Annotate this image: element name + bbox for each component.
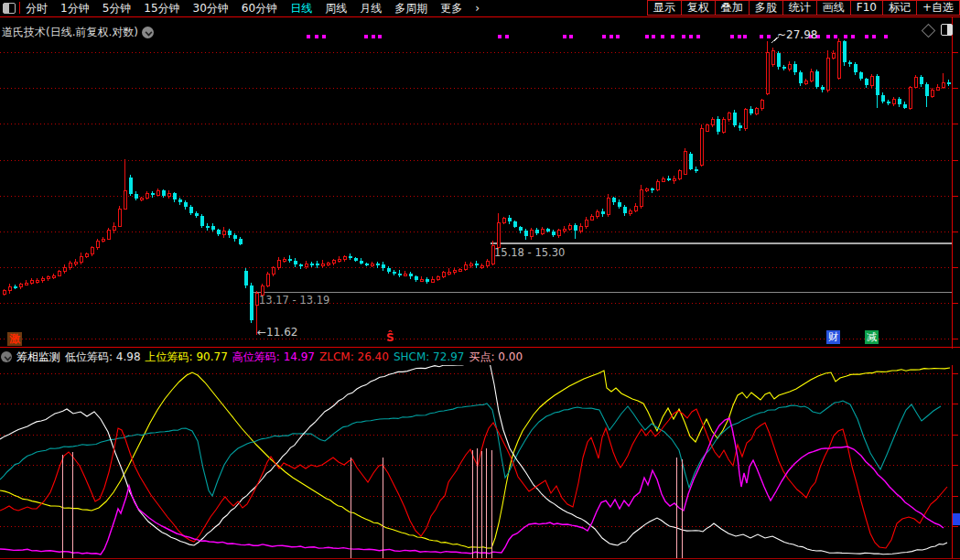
action-4[interactable]: 统计 — [782, 0, 816, 16]
menu-item-5[interactable]: 60分钟 — [242, 2, 277, 15]
menu-item-8[interactable]: 月线 — [360, 2, 382, 15]
menu-item-4[interactable]: 30分钟 — [193, 2, 229, 15]
low-price-label: ←11.62 — [257, 326, 297, 339]
chart-canvas — [0, 0, 960, 560]
badge-ji[interactable]: 激 — [7, 332, 22, 346]
range-mid-label: 13.17 - 13.19 — [259, 294, 329, 307]
signal-s-icon: Ŝ — [386, 331, 394, 344]
menu-item-11[interactable]: › — [475, 2, 480, 15]
action-5[interactable]: 画线 — [816, 0, 850, 16]
collapse-icon[interactable] — [1, 351, 12, 362]
action-6[interactable]: F10 — [850, 0, 882, 16]
menu-item-6[interactable]: 日线 — [290, 2, 312, 15]
menu-item-1[interactable]: 1分钟 — [60, 2, 90, 15]
chart-title: 道氏技术(日线.前复权.对数) — [2, 25, 138, 40]
peak-price-label: ~27.98 — [777, 28, 817, 41]
action-3[interactable]: 多股 — [749, 0, 782, 16]
toolbar: 分时1分钟5分钟15分钟30分钟60分钟日线周线月线多周期更多› 显示复权叠加多… — [0, 0, 960, 17]
indicator-field-3: ZLCM: 26.40 — [319, 350, 389, 363]
menu-item-7[interactable]: 周线 — [325, 2, 347, 15]
indicator-name: 筹相监测 — [16, 350, 60, 365]
menu-item-10[interactable]: 更多 — [440, 2, 462, 15]
panel-toggle-icon[interactable] — [3, 3, 16, 14]
indicator-header: 筹相监测 低位筹码: 4.98上位筹码: 90.77高位筹码: 14.97ZLC… — [0, 349, 960, 365]
menu-item-9[interactable]: 多周期 — [394, 2, 427, 15]
action-1[interactable]: 复权 — [681, 0, 715, 16]
indicator-field-1: 上位筹码: 90.77 — [146, 350, 228, 365]
badge-cut[interactable]: 减 — [865, 330, 879, 344]
chevron-down-icon[interactable] — [142, 27, 154, 38]
indicator-field-2: 高位筹码: 14.97 — [232, 350, 315, 365]
indicator-field-0: 低位筹码: 4.98 — [65, 350, 141, 365]
action-7[interactable]: 标记 — [882, 0, 916, 16]
indicator-field-5: 买点: 0.00 — [469, 350, 523, 365]
divider — [19, 2, 20, 14]
action-menu: 显示复权叠加多股统计画线F10标记+自选 — [647, 0, 960, 16]
menu-item-2[interactable]: 5分钟 — [102, 2, 132, 15]
menu-item-3[interactable]: 15分钟 — [144, 2, 179, 15]
app-window: { "toolbar": { "left_items": [ {"label":… — [0, 0, 960, 560]
period-menu: 分时1分钟5分钟15分钟30分钟60分钟日线周线月线多周期更多› — [26, 2, 480, 15]
indicator-field-4: SHCM: 72.97 — [394, 350, 465, 363]
action-2[interactable]: 叠加 — [715, 0, 749, 16]
split-pane-icon[interactable] — [941, 24, 953, 36]
action-0[interactable]: 显示 — [647, 0, 681, 16]
menu-item-0[interactable]: 分时 — [26, 2, 48, 15]
badge-fin[interactable]: 财 — [826, 330, 840, 344]
chart-title-row: 道氏技术(日线.前复权.对数) — [2, 25, 154, 40]
action-8[interactable]: +自选 — [916, 0, 960, 16]
range-high-label: 15.18 - 15.30 — [494, 246, 565, 259]
